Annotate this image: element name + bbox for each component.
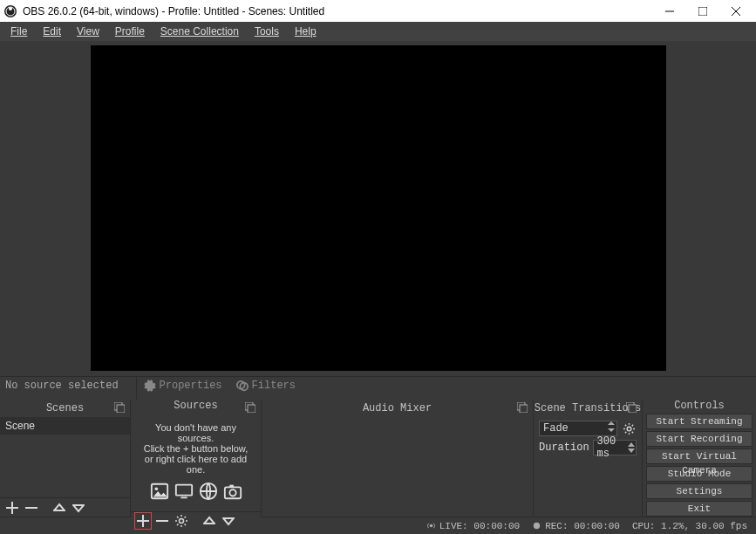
svg-point-29 (429, 524, 432, 528)
window-titlebar: OBS 26.0.2 (64-bit, windows) - Profile: … (0, 0, 756, 22)
filters-button[interactable]: Filters (229, 377, 303, 400)
exit-button[interactable]: Exit (646, 501, 753, 517)
audio-mixer-body[interactable] (262, 417, 533, 517)
controls-header: Controls (643, 400, 756, 412)
svg-point-23 (180, 519, 184, 524)
gear-icon (144, 380, 156, 392)
move-source-down-button[interactable] (220, 512, 237, 530)
move-source-up-button[interactable] (201, 512, 218, 530)
scene-transitions-header: Scene Transitions (534, 400, 642, 417)
close-button[interactable] (719, 0, 753, 22)
svg-rect-22 (156, 520, 168, 522)
record-icon (532, 521, 541, 531)
dock-icon[interactable] (517, 402, 528, 416)
svg-rect-17 (180, 496, 187, 498)
svg-rect-21 (229, 485, 234, 488)
preview-area (0, 41, 756, 376)
no-source-label: No source selected (0, 380, 126, 397)
transition-settings-button[interactable] (621, 421, 637, 436)
preview-canvas[interactable] (91, 45, 666, 371)
maximize-button[interactable] (686, 0, 719, 22)
minimize-button[interactable] (653, 0, 686, 22)
svg-rect-11 (25, 507, 37, 509)
remove-source-button[interactable] (153, 512, 171, 530)
move-scene-down-button[interactable] (70, 499, 87, 517)
menu-tools[interactable]: Tools (248, 24, 286, 39)
source-toolbar: No source selected Properties Filters (0, 376, 756, 400)
image-icon (150, 482, 169, 501)
status-cpu: CPU: 1.2%, 30.00 fps (632, 521, 747, 531)
svg-rect-13 (248, 405, 255, 413)
svg-rect-25 (520, 405, 528, 413)
sources-footer (131, 511, 261, 530)
updown-icon (608, 421, 615, 435)
remove-scene-button[interactable] (23, 499, 40, 517)
controls-panel: Controls Start Streaming Start Recording… (643, 400, 756, 517)
dock-icon[interactable] (626, 402, 637, 416)
filter-icon (236, 380, 249, 392)
svg-rect-4 (698, 7, 707, 16)
broadcast-icon (426, 521, 436, 531)
app-icon (3, 4, 17, 18)
window-title: OBS 26.0.2 (64-bit, windows) - Profile: … (23, 5, 653, 17)
spin-arrows-icon (628, 442, 635, 453)
sources-empty-hint: You don't have any sources. Click the + … (131, 412, 261, 511)
gear-icon (175, 515, 187, 527)
source-properties-button[interactable] (173, 512, 190, 530)
svg-point-2 (9, 7, 12, 10)
scenes-panel: Scenes Scene (0, 400, 131, 517)
scenes-header: Scenes (0, 400, 130, 417)
display-icon (174, 482, 194, 501)
svg-point-15 (154, 487, 158, 490)
status-rec: REC: 00:00:00 (532, 521, 620, 531)
svg-rect-16 (175, 485, 191, 496)
settings-button[interactable]: Settings (646, 483, 753, 499)
studio-mode-button[interactable]: Studio Mode (646, 466, 753, 482)
status-live: LIVE: 00:00:00 (426, 521, 520, 531)
dock-icon[interactable] (245, 402, 255, 416)
svg-point-20 (229, 490, 235, 496)
sources-panel: Sources You don't have any sources. Clic… (131, 400, 262, 517)
scene-item[interactable]: Scene (0, 417, 130, 435)
menubar: File Edit View Profile Scene Collection … (0, 22, 756, 41)
duration-label: Duration (539, 442, 589, 454)
menu-profile[interactable]: Profile (108, 24, 152, 39)
menu-edit[interactable]: Edit (36, 24, 68, 39)
start-recording-button[interactable]: Start Recording (646, 431, 753, 447)
audio-mixer-panel: Audio Mixer (262, 400, 534, 517)
duration-spinbox[interactable]: 300 ms (593, 440, 637, 455)
add-source-button[interactable] (134, 512, 152, 530)
scene-transitions-panel: Scene Transitions Fade Duration 300 ms (534, 400, 643, 517)
dock-icon[interactable] (114, 402, 125, 416)
transition-select[interactable]: Fade (539, 421, 617, 436)
camera-icon (223, 482, 242, 501)
start-streaming-button[interactable]: Start Streaming (646, 414, 753, 429)
sources-header: Sources (131, 400, 261, 412)
svg-rect-10 (117, 405, 125, 413)
add-scene-button[interactable] (3, 499, 21, 517)
menu-file[interactable]: File (3, 24, 34, 39)
audio-mixer-header: Audio Mixer (262, 400, 533, 417)
menu-scene-collection[interactable]: Scene Collection (153, 24, 246, 39)
sources-list[interactable]: You don't have any sources. Click the + … (131, 412, 261, 511)
scenes-footer (0, 497, 130, 517)
globe-icon (199, 482, 218, 501)
move-scene-up-button[interactable] (51, 499, 68, 517)
menu-help[interactable]: Help (288, 24, 324, 39)
scenes-list[interactable]: Scene (0, 417, 130, 497)
svg-point-30 (534, 523, 540, 529)
svg-rect-27 (629, 405, 637, 413)
bottom-docks: Scenes Scene Sources You don't have any … (0, 400, 756, 517)
transitions-body: Fade Duration 300 ms (534, 417, 642, 517)
menu-view[interactable]: View (70, 24, 106, 39)
gear-icon (623, 423, 635, 435)
start-virtual-camera-button[interactable]: Start Virtual Camera (646, 448, 753, 464)
svg-point-28 (627, 427, 631, 431)
properties-button[interactable]: Properties (137, 377, 229, 400)
